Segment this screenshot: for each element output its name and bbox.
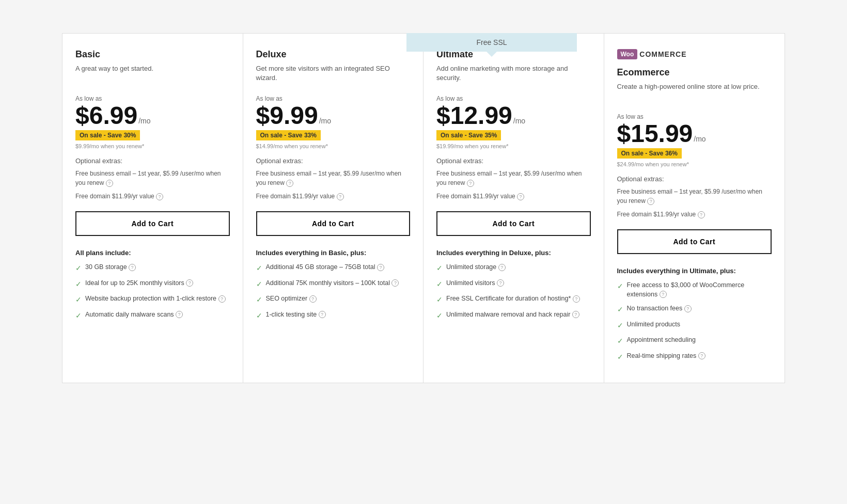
optional-label: Optional extras: <box>75 157 230 165</box>
price-main: $15.99 <box>617 121 693 146</box>
feature-item: ✓ Unlimited malware removal and hack rep… <box>436 310 591 321</box>
add-to-cart-button[interactable]: Add to Cart <box>256 211 411 236</box>
info-icon[interactable]: ? <box>106 180 113 187</box>
feature-info-icon[interactable]: ? <box>186 279 193 287</box>
info-icon[interactable]: ? <box>156 193 163 200</box>
feature-info-icon[interactable]: ? <box>309 295 317 303</box>
as-low-as: As low as <box>75 95 230 102</box>
feature-text: Unlimited products <box>627 320 681 329</box>
feature-info-icon[interactable]: ? <box>129 264 136 271</box>
includes-label: Includes everything in Deluxe, plus: <box>436 249 591 257</box>
optional-label: Optional extras: <box>256 157 411 165</box>
feature-text: Unlimited malware removal and hack repai… <box>446 310 579 320</box>
feature-info-icon[interactable]: ? <box>698 352 705 359</box>
feature-item: ✓ Additional 75K monthly visitors – 100K… <box>256 279 411 290</box>
woo-logo: Woo COMMERCE <box>617 49 772 59</box>
extras-list: Free business email – 1st year, $5.99 /u… <box>436 169 591 201</box>
check-icon: ✓ <box>436 263 443 274</box>
check-icon: ✓ <box>617 321 623 331</box>
price-main: $12.99 <box>436 103 512 128</box>
feature-info-icon[interactable]: ? <box>319 311 326 318</box>
includes-label: All plans include: <box>75 249 230 257</box>
as-low-as: As low as <box>617 113 772 120</box>
feature-list: ✓ Free access to $3,000 of WooCommerce e… <box>617 281 772 362</box>
renew-price: $24.99/mo when you renew* <box>617 161 772 167</box>
price-row: $9.99 /mo <box>256 103 411 128</box>
feature-info-icon[interactable]: ? <box>573 295 580 303</box>
info-icon[interactable]: ? <box>286 180 293 187</box>
feature-list: ✓ Unlimited storage ? ✓ Unlimited visito… <box>436 263 591 321</box>
info-icon[interactable]: ? <box>337 193 344 200</box>
optional-label: Optional extras: <box>436 157 591 165</box>
check-icon: ✓ <box>617 336 623 346</box>
add-to-cart-button[interactable]: Add to Cart <box>617 229 772 254</box>
optional-label: Optional extras: <box>617 175 772 183</box>
info-icon[interactable]: ? <box>647 198 654 205</box>
feature-text: 30 GB storage ? <box>85 263 136 272</box>
add-to-cart-button[interactable]: Add to Cart <box>75 211 230 236</box>
check-icon: ✓ <box>75 263 82 274</box>
feature-item: ✓ No transaction fees ? <box>617 304 772 315</box>
feature-info-icon[interactable]: ? <box>572 311 579 318</box>
feature-info-icon[interactable]: ? <box>218 295 226 303</box>
check-icon: ✓ <box>75 279 82 290</box>
feature-text: 1-click testing site ? <box>266 310 326 320</box>
feature-info-icon[interactable]: ? <box>498 264 506 271</box>
feature-info-icon[interactable]: ? <box>660 291 667 298</box>
check-icon: ✓ <box>256 263 262 274</box>
plans-container: Basic A great way to get started. As low… <box>62 33 785 383</box>
includes-label: Includes everything in Basic, plus: <box>256 249 411 257</box>
plan-name: Deluxe <box>256 49 411 60</box>
check-icon: ✓ <box>256 279 262 290</box>
feature-text: SEO optimizer ? <box>266 294 317 304</box>
extras-list: Free business email – 1st year, $5.99 /u… <box>256 169 411 201</box>
add-to-cart-button[interactable]: Add to Cart <box>436 211 591 236</box>
feature-text: Free SSL Certificate for duration of hos… <box>446 294 580 304</box>
check-icon: ✓ <box>617 352 623 363</box>
woo-logo-label: COMMERCE <box>639 50 686 58</box>
check-icon: ✓ <box>256 311 262 321</box>
sale-badge: On sale - Save 30% <box>75 130 140 140</box>
feature-item: ✓ Free SSL Certificate for duration of h… <box>436 294 591 305</box>
price-row: $15.99 /mo <box>617 121 772 146</box>
info-icon[interactable]: ? <box>517 193 524 200</box>
free-ssl-text: Free SSL <box>476 38 507 46</box>
renew-price: $14.99/mo when you renew* <box>256 143 411 149</box>
renew-price: $9.99/mo when you renew* <box>75 143 230 149</box>
extras-list: Free business email – 1st year, $5.99 /u… <box>617 187 772 219</box>
feature-text: Ideal for up to 25K monthly visitors ? <box>85 279 193 288</box>
feature-item: ✓ 1-click testing site ? <box>256 310 411 321</box>
plan-desc: Add online marketing with more storage a… <box>436 64 591 85</box>
check-icon: ✓ <box>617 281 623 292</box>
includes-label: Includes everything in Ultimate, plus: <box>617 267 772 275</box>
price-suffix: /mo <box>138 117 150 125</box>
price-row: $12.99 /mo <box>436 103 591 128</box>
woo-logo-box: Woo <box>617 49 638 59</box>
check-icon: ✓ <box>75 295 82 305</box>
plan-card-deluxe: Deluxe Get more site visitors with an in… <box>243 34 424 383</box>
feature-text: Additional 45 GB storage – 75GB total ? <box>266 263 384 272</box>
feature-list: ✓ 30 GB storage ? ✓ Ideal for up to 25K … <box>75 263 230 321</box>
plan-card-ultimate: Ultimate Add online marketing with more … <box>424 34 604 383</box>
price-suffix: /mo <box>694 135 705 143</box>
feature-text: Real-time shipping rates ? <box>627 352 705 361</box>
price-row: $6.99 /mo <box>75 103 230 128</box>
feature-info-icon[interactable]: ? <box>377 264 384 271</box>
check-icon: ✓ <box>75 311 82 321</box>
feature-info-icon[interactable]: ? <box>497 279 504 287</box>
as-low-as: As low as <box>256 95 411 102</box>
feature-item: ✓ Free access to $3,000 of WooCommerce e… <box>617 281 772 299</box>
feature-item: ✓ Website backup protection with 1-click… <box>75 294 230 305</box>
plan-desc: A great way to get started. <box>75 64 230 85</box>
info-icon[interactable]: ? <box>467 180 474 187</box>
feature-text: Appointment scheduling <box>627 336 696 345</box>
feature-item: ✓ 30 GB storage ? <box>75 263 230 274</box>
feature-info-icon[interactable]: ? <box>391 279 399 287</box>
feature-text: Automatic daily malware scans ? <box>85 310 183 320</box>
feature-item: ✓ Additional 45 GB storage – 75GB total … <box>256 263 411 274</box>
feature-item: ✓ Automatic daily malware scans ? <box>75 310 230 321</box>
info-icon[interactable]: ? <box>698 211 705 218</box>
feature-info-icon[interactable]: ? <box>684 305 692 312</box>
feature-info-icon[interactable]: ? <box>176 311 183 318</box>
feature-item: ✓ Unlimited visitors ? <box>436 279 591 290</box>
